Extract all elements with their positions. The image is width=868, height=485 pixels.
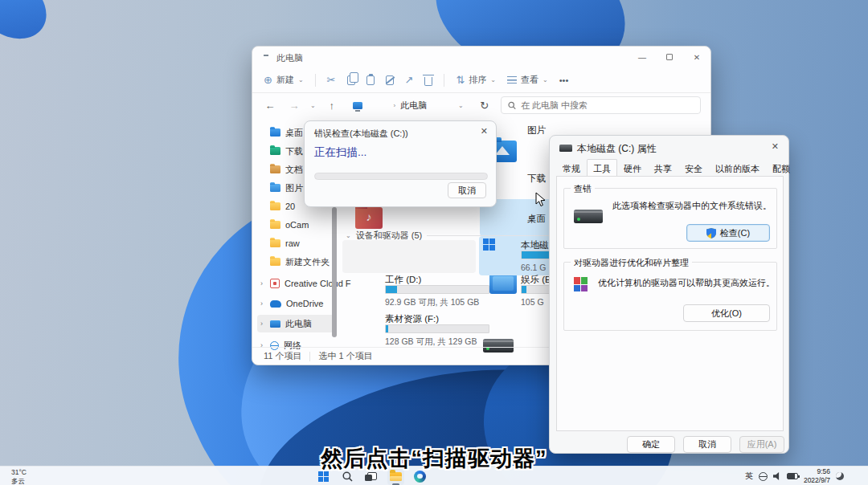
disk-properties-dialog: 本地磁盘 (C:) 属性 ✕ 常规 工具 硬件 共享 安全 以前的版本 配额 查… — [549, 135, 789, 454]
drive-f-capacity-bar — [385, 324, 489, 333]
breadcrumb-separator: › — [394, 102, 396, 109]
chevron-right-icon: › — [260, 320, 263, 328]
more-button[interactable]: ••• — [559, 75, 569, 85]
folder-icon — [270, 128, 280, 137]
clock[interactable]: 9:56 2022/9/7 — [804, 467, 830, 484]
speaker-icon[interactable] — [773, 472, 781, 480]
optimize-group: 对驱动器进行优化和碎片整理 优化计算机的驱动器可以帮助其更高效运行。 优化(O) — [563, 262, 777, 331]
tools-tab-panel: 查错 此选项将检查驱动器中的文件系统错误。 检查(C) 对驱动器进行优化和碎片整… — [556, 176, 784, 431]
close-button[interactable]: ✕ — [683, 47, 710, 67]
desktop-folder-icon[interactable] — [489, 272, 517, 294]
windows-logo-icon — [483, 238, 495, 251]
dialog-title: 本地磁盘 (C:) 属性 — [577, 142, 657, 156]
folder-icon — [270, 258, 280, 266]
scan-progress-bar — [314, 173, 488, 180]
items-count: 11 个项目 — [264, 350, 301, 362]
folder-icon — [270, 147, 280, 155]
sort-button[interactable]: ⇅ 排序 ⌄ — [456, 74, 496, 86]
explorer-navbar: ← → ⌄ ↑ › 此电脑 ⌄ ↻ — [252, 93, 710, 117]
breadcrumb-root[interactable]: 此电脑 — [400, 100, 427, 112]
maximize-button[interactable] — [656, 47, 683, 67]
apply-button[interactable]: 应用(A) — [739, 436, 784, 453]
cancel-button[interactable]: 取消 — [683, 436, 731, 453]
chevron-down-icon: ⌄ — [298, 76, 304, 84]
sidebar-item-onedrive[interactable]: ›OneDrive — [257, 295, 334, 312]
close-icon[interactable]: ✕ — [772, 141, 779, 152]
error-checking-group: 查错 此选项将检查驱动器中的文件系统错误。 检查(C) — [563, 188, 777, 249]
forward-button[interactable]: → — [286, 100, 302, 112]
this-pc-icon — [353, 102, 362, 109]
mouse-cursor — [535, 192, 546, 207]
sidebar-scrollbar[interactable] — [332, 207, 337, 337]
downloads-folder-label[interactable]: 下载 — [527, 173, 546, 185]
share-button[interactable]: ↗ — [405, 75, 414, 85]
trash-icon — [424, 77, 432, 86]
view-button[interactable]: 查看 ⌄ — [507, 74, 548, 86]
explorer-titlebar[interactable]: 此电脑 — ✕ — [252, 47, 710, 67]
minimize-button[interactable]: — — [628, 47, 656, 67]
system-tray: 英 9:56 2022/9/7 — [745, 467, 844, 485]
dialog-title: 错误检查(本地磁盘 (C:)) — [314, 128, 408, 140]
rename-icon — [386, 75, 394, 85]
folder-icon — [270, 202, 280, 210]
desktop-folder-label[interactable]: 桌面 — [527, 213, 546, 225]
up-button[interactable]: ↑ — [324, 100, 340, 112]
copy-button[interactable] — [347, 75, 355, 85]
desktop: 此电脑 — ✕ ⊕ 新建 ⌄ ✂ ↗ ⇅ 排序 ⌄ — [0, 0, 868, 485]
onedrive-icon — [270, 300, 281, 308]
drive-icon — [559, 145, 572, 152]
optimize-description: 优化计算机的驱动器可以帮助其更高效运行。 — [598, 277, 775, 289]
status-divider — [309, 352, 310, 361]
refresh-button[interactable]: ↻ — [477, 100, 493, 112]
ok-button[interactable]: 确定 — [627, 436, 675, 453]
drive-tile-placeholder[interactable] — [342, 240, 476, 273]
video-subtitle: 然后点击“扫描驱动器” — [321, 444, 547, 473]
cut-button[interactable]: ✂ — [327, 75, 336, 85]
explorer-toolbar: ⊕ 新建 ⌄ ✂ ↗ ⇅ 排序 ⌄ 查看 ⌄ ••• — [252, 67, 710, 93]
defragment-icon — [574, 277, 588, 291]
weather-widget[interactable]: 31°C 多云 — [11, 468, 27, 485]
ime-indicator[interactable]: 英 — [745, 471, 753, 482]
toolbar-divider — [444, 74, 444, 87]
music-folder-icon[interactable] — [355, 207, 383, 229]
sidebar-item-this-pc[interactable]: ›此电脑 — [257, 315, 334, 332]
optimize-button[interactable]: 优化(O) — [683, 304, 770, 322]
search-input[interactable] — [521, 100, 694, 110]
check-button[interactable]: 检查(C) — [686, 224, 770, 242]
rename-button[interactable] — [386, 75, 394, 85]
error-checking-description: 此选项将检查驱动器中的文件系统错误。 — [612, 200, 772, 212]
sidebar-item-new-folder[interactable]: 新建文件夹 — [257, 253, 334, 271]
plus-icon: ⊕ — [264, 75, 272, 85]
folder-icon — [270, 184, 280, 192]
weather-temp: 31°C — [11, 468, 27, 477]
chevron-down-icon: ⌄ — [346, 232, 351, 239]
search-box[interactable] — [501, 96, 701, 114]
history-dropdown[interactable]: ⌄ — [310, 102, 316, 109]
sidebar-item-raw[interactable]: raw — [257, 234, 334, 252]
sidebar-item-creative-cloud[interactable]: ›Creative Cloud F — [257, 275, 334, 292]
battery-icon[interactable] — [787, 473, 798, 479]
task-view-icon — [367, 472, 377, 480]
scanning-status: 正在扫描... — [314, 145, 366, 160]
toolbar-divider — [315, 74, 316, 87]
folder-icon — [270, 221, 280, 229]
breadcrumb[interactable]: › 此电脑 ⌄ — [348, 96, 469, 114]
folder-icon — [270, 239, 280, 247]
chevron-right-icon: › — [260, 279, 263, 287]
cancel-button[interactable]: 取消 — [448, 182, 486, 198]
delete-button[interactable] — [424, 75, 432, 86]
close-icon[interactable]: ✕ — [481, 126, 488, 137]
network-icon[interactable] — [759, 472, 768, 481]
back-button[interactable]: ← — [262, 100, 278, 112]
folder-icon — [270, 165, 280, 173]
cut-icon: ✂ — [327, 75, 336, 85]
pictures-folder-label[interactable]: 图片 — [527, 124, 546, 137]
sort-icon: ⇅ — [456, 75, 465, 85]
tray-date: 2022/9/7 — [804, 476, 830, 485]
explorer-folder-icon — [390, 472, 402, 481]
selected-count: 选中 1 个项目 — [318, 350, 372, 362]
paste-button[interactable] — [366, 75, 375, 85]
chevron-down-icon[interactable]: ⌄ — [458, 102, 464, 109]
new-button[interactable]: ⊕ 新建 ⌄ — [264, 74, 304, 86]
sidebar-item-ocam[interactable]: oCam — [257, 216, 334, 234]
